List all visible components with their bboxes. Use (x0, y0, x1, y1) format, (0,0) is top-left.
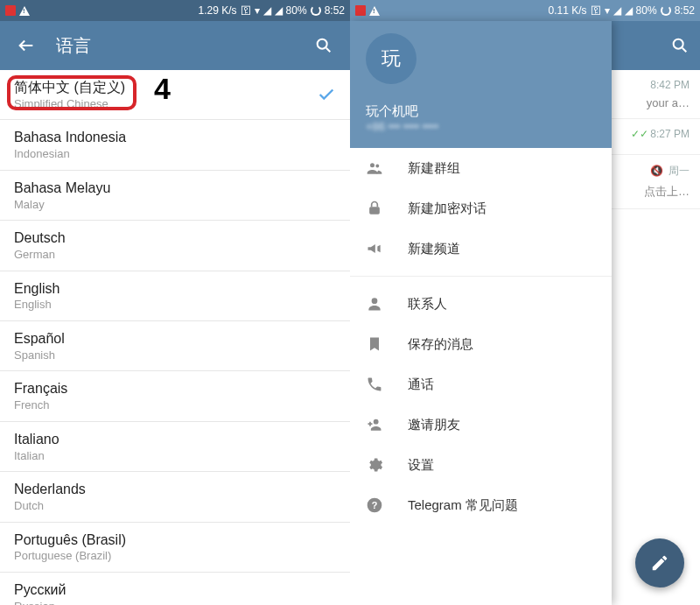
gear-icon (366, 456, 392, 474)
phone-left: 1.29 K/s ⚿ ▾ ◢ ◢ 80% 8:52 语言 简体中文 (自定义) … (0, 0, 350, 605)
mute-icon: 🔇 (650, 165, 663, 177)
status-speed: 0.11 K/s (549, 4, 587, 17)
language-item[interactable]: EnglishEnglish (0, 271, 350, 321)
status-time: 8:52 (675, 4, 695, 17)
help-icon: ? (366, 496, 392, 514)
language-item[interactable]: EspañolSpanish (0, 321, 350, 371)
avatar-initial: 玩 (382, 46, 401, 72)
search-button[interactable] (670, 36, 690, 55)
wifi-icon: ▾ (605, 4, 610, 17)
svg-text:?: ? (372, 500, 378, 510)
language-list[interactable]: 简体中文 (自定义) Simplified Chinese 4 Bahasa I… (0, 70, 350, 605)
language-item[interactable]: Bahasa MelayuMalay (0, 171, 350, 221)
status-bar: 1.29 K/s ⚿ ▾ ◢ ◢ 80% 8:52 (0, 0, 350, 21)
svg-point-0 (318, 39, 327, 49)
status-battery: 80% (636, 4, 657, 17)
megaphone-icon (366, 240, 392, 257)
language-item[interactable]: ItalianoItalian (0, 422, 350, 472)
navigation-drawer: 玩 玩个机吧 +86 ••• •••• •••• 新建群组 新建加密对话 新建频… (350, 21, 612, 605)
language-item[interactable]: NederlandsDutch (0, 472, 350, 522)
language-item[interactable]: 简体中文 (自定义) Simplified Chinese 4 (0, 70, 350, 120)
shopping-icon (355, 5, 366, 16)
user-name: 玩个机吧 (366, 103, 596, 120)
signal-icon: ◢ (613, 4, 621, 17)
compose-fab[interactable] (635, 538, 684, 587)
annotation-step: 4 (154, 72, 171, 106)
drawer-new-channel[interactable]: 新建频道 (350, 229, 612, 269)
drawer-faq[interactable]: ? Telegram 常见问题 (350, 485, 612, 525)
search-button[interactable] (308, 30, 340, 61)
check-icon (317, 85, 336, 104)
page-title: 语言 (56, 34, 91, 58)
svg-point-6 (374, 419, 379, 425)
vpn-key-icon: ⚿ (591, 4, 601, 17)
status-bar: 0.11 K/s ⚿ ▾ ◢ ◢ 80% 8:52 (350, 0, 700, 21)
language-item[interactable]: Português (Brasil)Portuguese (Brazil) (0, 523, 350, 573)
language-item[interactable]: DeutschGerman (0, 221, 350, 271)
status-speed: 1.29 K/s (199, 4, 237, 17)
warning-icon (19, 6, 30, 16)
clock-icon (661, 5, 671, 16)
language-title: 简体中文 (自定义) (14, 79, 125, 97)
svg-point-1 (674, 39, 683, 49)
drawer-new-secret-chat[interactable]: 新建加密对话 (350, 188, 612, 229)
group-icon (366, 159, 392, 177)
drawer-settings[interactable]: 设置 (350, 445, 612, 485)
lock-icon (366, 200, 392, 217)
bookmark-icon (366, 335, 392, 353)
drawer-contacts[interactable]: 联系人 (350, 284, 612, 324)
back-button[interactable] (10, 30, 42, 61)
warning-icon (369, 6, 380, 16)
divider (350, 276, 612, 277)
toolbar: 语言 (0, 21, 350, 70)
drawer-header: 玩 玩个机吧 +86 ••• •••• •••• (350, 21, 612, 148)
svg-rect-4 (369, 207, 380, 214)
person-icon (366, 295, 392, 313)
signal-icon-2: ◢ (275, 4, 283, 17)
status-time: 8:52 (325, 4, 345, 17)
drawer-list: 新建群组 新建加密对话 新建频道 联系人 保存的消息 通话 (350, 148, 612, 525)
svg-point-3 (375, 165, 379, 168)
double-check-icon: ✓✓ (631, 128, 648, 140)
signal-icon: ◢ (263, 4, 271, 17)
drawer-calls[interactable]: 通话 (350, 364, 612, 405)
user-phone: +86 ••• •••• •••• (366, 120, 596, 133)
vpn-key-icon: ⚿ (241, 4, 251, 17)
clock-icon (311, 5, 321, 16)
language-item[interactable]: Bahasa IndonesiaIndonesian (0, 120, 350, 170)
phone-right: 0.11 K/s ⚿ ▾ ◢ ◢ 80% 8:52 8:42 PM your a… (350, 0, 700, 605)
language-subtitle: Simplified Chinese (14, 97, 125, 111)
invite-icon (366, 416, 392, 433)
avatar[interactable]: 玩 (366, 33, 416, 84)
drawer-invite-friends[interactable]: 邀请朋友 (350, 405, 612, 445)
language-item[interactable]: РусскийRussian (0, 573, 350, 605)
svg-point-5 (372, 298, 378, 304)
drawer-saved-messages[interactable]: 保存的消息 (350, 324, 612, 364)
drawer-new-group[interactable]: 新建群组 (350, 148, 612, 188)
svg-point-2 (370, 163, 374, 167)
shopping-icon (5, 5, 16, 16)
language-item[interactable]: FrançaisFrench (0, 371, 350, 421)
signal-icon-2: ◢ (625, 4, 633, 17)
status-battery: 80% (286, 4, 307, 17)
phone-icon (366, 376, 392, 393)
wifi-icon: ▾ (255, 4, 260, 17)
